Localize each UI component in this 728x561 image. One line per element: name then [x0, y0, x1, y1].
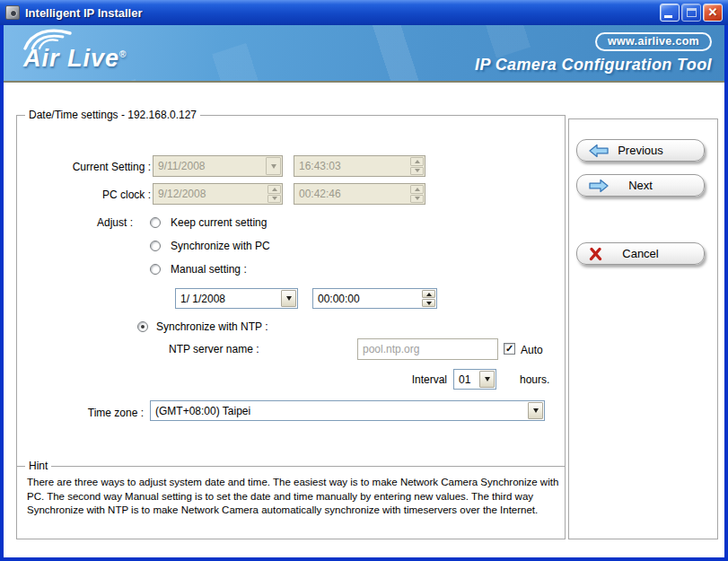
radio-keep-current-setting[interactable] — [150, 217, 161, 228]
spin-up-icon[interactable] — [422, 290, 435, 298]
pc-time-spinner: 00:42:46 — [294, 183, 425, 205]
spinner-buttons[interactable] — [422, 290, 435, 307]
spinner-buttons — [268, 185, 281, 203]
titlebar: Intelligent IP Installer ✕ — [0, 0, 728, 25]
interval-unit-label: hours. — [520, 373, 549, 386]
manual-time-spinner[interactable]: 00:00:00 — [312, 288, 437, 309]
app-window: Intelligent IP Installer ✕ Air Live® www… — [0, 0, 728, 561]
spin-down-icon[interactable] — [422, 299, 435, 307]
maximize-button[interactable] — [681, 4, 701, 22]
datetime-group-title: Date/Time settings - 192.168.0.127 — [25, 109, 200, 121]
radio-synchronize-with-ntp-label: Synchronize with NTP : — [156, 320, 268, 333]
window-title: Intelligent IP Installer — [25, 6, 658, 20]
ntp-server-name-label: NTP server name : — [169, 343, 259, 355]
time-zone-combobox[interactable]: (GMT+08:00) Taipei — [150, 400, 545, 421]
close-icon: ✕ — [704, 5, 722, 19]
hint-title: Hint — [25, 460, 51, 472]
minimize-icon — [664, 15, 672, 18]
chevron-down-icon[interactable] — [479, 371, 495, 388]
pc-time-value: 00:42:46 — [294, 184, 409, 204]
radio-synchronize-with-pc[interactable] — [150, 241, 161, 251]
airlive-logo: Air Live® — [20, 27, 199, 81]
adjust-label: Adjust : — [39, 216, 133, 229]
radio-synchronize-with-pc-label: Synchronize with PC — [171, 240, 270, 252]
logo-text: Air Live® — [23, 45, 127, 73]
auto-checkbox-label: Auto — [521, 344, 543, 356]
previous-button[interactable]: Previous — [576, 139, 705, 162]
header-banner: Air Live® www.airlive.com IP Camera Conf… — [4, 25, 724, 83]
radio-keep-current-setting-label: Keep current setting — [171, 216, 267, 229]
interval-combobox[interactable]: 01 — [453, 369, 496, 390]
auto-checkbox[interactable]: ✓ — [504, 343, 515, 355]
website-badge[interactable]: www.airlive.com — [595, 32, 712, 51]
interval-value: 01 — [454, 370, 478, 389]
chevron-down-icon[interactable] — [281, 290, 296, 307]
check-icon: ✓ — [505, 343, 513, 354]
minimize-button[interactable] — [660, 4, 680, 22]
pc-date-value: 9/12/2008 — [153, 184, 267, 204]
spin-up-icon — [410, 185, 424, 194]
radio-synchronize-with-ntp[interactable] — [137, 321, 148, 332]
spin-up-icon — [268, 185, 281, 194]
next-button[interactable]: Next — [576, 174, 705, 197]
previous-button-label: Previous — [577, 140, 704, 162]
spinner-buttons — [410, 185, 424, 203]
hint-text: There are three ways to adjust system da… — [27, 476, 560, 518]
chevron-down-icon[interactable] — [528, 402, 543, 419]
spin-up-icon — [410, 157, 424, 166]
current-time-spinner: 16:43:03 — [294, 155, 425, 177]
current-setting-label: Current Setting : — [39, 161, 151, 173]
current-time-value: 16:43:03 — [294, 156, 409, 176]
maximize-icon — [687, 8, 697, 17]
product-title: IP Camera Configuration Tool — [475, 56, 712, 75]
spin-down-icon — [410, 167, 424, 176]
main-content: Date/Time settings - 192.168.0.127 Curre… — [4, 83, 724, 557]
ntp-server-input[interactable] — [357, 338, 498, 360]
chevron-down-icon — [266, 157, 281, 175]
time-zone-value: (GMT+08:00) Taipei — [151, 401, 527, 420]
manual-date-combobox[interactable]: 1/ 1/2008 — [175, 288, 298, 309]
cancel-button-label: Cancel — [577, 243, 704, 265]
pc-clock-label: PC clock : — [39, 188, 151, 201]
radio-manual-setting[interactable] — [150, 264, 161, 275]
spin-down-icon — [410, 195, 424, 204]
radio-manual-setting-label: Manual setting : — [171, 263, 247, 276]
close-button[interactable]: ✕ — [703, 4, 723, 22]
current-date-value: 9/11/2008 — [153, 156, 265, 176]
hint-separator — [17, 466, 565, 467]
current-date-combobox: 9/11/2008 — [153, 155, 283, 177]
time-zone-label: Time zone : — [54, 407, 144, 419]
pc-date-spinner: 9/12/2008 — [153, 183, 283, 205]
next-button-label: Next — [577, 175, 704, 197]
cancel-button[interactable]: Cancel — [576, 242, 705, 265]
spinner-buttons — [410, 157, 424, 175]
spin-down-icon — [268, 195, 281, 204]
app-icon — [5, 5, 20, 20]
registered-mark: ® — [119, 49, 127, 59]
manual-date-value: 1/ 1/2008 — [176, 289, 280, 308]
manual-time-value: 00:00:00 — [313, 289, 421, 308]
interval-label: Interval — [393, 373, 447, 386]
